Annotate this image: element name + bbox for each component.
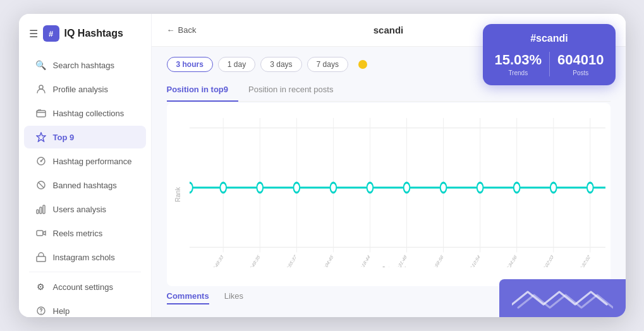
sidebar-item-profile-analysis[interactable]: Profile analysis xyxy=(24,78,146,100)
yellow-dot-indicator xyxy=(358,60,367,69)
svg-point-38 xyxy=(440,183,446,193)
help-icon xyxy=(35,305,47,316)
stats-card-hashtag: #scandi xyxy=(494,33,604,44)
filter-7days[interactable]: 7 days xyxy=(307,57,348,72)
svg-text:17-02-2021 21:18:44: 17-02-2021 21:18:44 xyxy=(343,253,370,267)
logo-icon: # xyxy=(43,25,59,42)
tab-comments[interactable]: Comments xyxy=(167,291,209,304)
page-title: scandi xyxy=(374,25,404,35)
svg-text:17-02-2021 23:02:03: 17-02-2021 23:02:03 xyxy=(527,253,554,267)
svg-point-36 xyxy=(367,183,373,193)
svg-point-31 xyxy=(190,183,193,193)
bar-chart-icon xyxy=(35,203,47,215)
sidebar-divider xyxy=(29,272,141,272)
svg-point-37 xyxy=(403,183,410,193)
svg-point-0 xyxy=(39,85,43,89)
svg-rect-11 xyxy=(37,256,46,262)
svg-rect-1 xyxy=(37,111,46,117)
svg-marker-2 xyxy=(37,133,46,141)
gear-icon: ⚙ xyxy=(35,281,47,292)
tab-position-top9[interactable]: Position in top9 xyxy=(167,81,239,102)
svg-text:Date and time: Date and time xyxy=(382,265,412,267)
svg-point-35 xyxy=(330,183,336,193)
tab-likes[interactable]: Likes xyxy=(224,291,243,304)
profile-icon xyxy=(35,83,47,95)
svg-rect-7 xyxy=(37,210,39,214)
search-icon: 🔍 xyxy=(35,59,47,71)
svg-point-40 xyxy=(513,183,519,193)
trends-label: Trends xyxy=(494,69,542,76)
sidebar-item-reels-metrics[interactable]: Reels metrics xyxy=(24,222,146,244)
arrow-left-icon: ← xyxy=(167,25,175,35)
posts-label: Posts xyxy=(557,69,604,76)
svg-text:17-02-2021 20:49:35: 17-02-2021 20:49:35 xyxy=(233,253,260,267)
stats-card: #scandi 15.03% Trends 604010 Posts xyxy=(483,24,615,85)
sidebar-nav: 🔍 Search hashtags Profile analysis xyxy=(19,53,151,317)
svg-point-33 xyxy=(257,183,263,193)
stats-card-row: 15.03% Trends 604010 Posts xyxy=(494,52,604,76)
folder-icon xyxy=(35,107,47,119)
sidebar-item-banned-hashtags[interactable]: Banned hashtags xyxy=(24,174,146,196)
tab-position-recent-posts[interactable]: Position in recent posts xyxy=(248,81,343,102)
sidebar-item-top9[interactable]: Top 9 xyxy=(24,126,146,148)
chart-svg: 11 10 xyxy=(190,108,605,267)
rank-label: Rank xyxy=(174,187,181,202)
svg-point-39 xyxy=(477,183,483,193)
performance-icon xyxy=(35,155,47,167)
star-icon xyxy=(35,131,47,143)
filter-1day[interactable]: 1 day xyxy=(218,57,255,72)
logo-text: IQ Hashtags xyxy=(64,28,123,39)
sidebar-item-account-settings[interactable]: ⚙ Account settings xyxy=(24,275,146,298)
svg-point-34 xyxy=(293,183,300,193)
sidebar-item-instagram-schools[interactable]: Instagram schols xyxy=(24,246,146,268)
svg-point-32 xyxy=(220,183,226,193)
school-icon xyxy=(35,251,47,263)
sidebar-item-search-hashtags[interactable]: 🔍 Search hashtags xyxy=(24,54,146,76)
stats-trends: 15.03% Trends xyxy=(494,52,550,76)
chart-container: Rank 11 10 xyxy=(167,103,611,286)
sidebar-item-hashtag-performance[interactable]: Hashtag performance xyxy=(24,150,146,172)
filter-3hours[interactable]: 3 hours xyxy=(167,57,213,72)
svg-point-13 xyxy=(40,313,42,314)
stats-posts: 604010 Posts xyxy=(550,52,604,76)
svg-text:17-02-2021 22:34:56: 17-02-2021 22:34:56 xyxy=(490,253,517,267)
svg-line-6 xyxy=(39,183,44,188)
svg-rect-9 xyxy=(43,205,45,214)
sidebar-logo: ☰ # IQ Hashtags xyxy=(19,25,151,53)
sidebar-item-users-analysis[interactable]: Users analysis xyxy=(24,198,146,220)
svg-point-42 xyxy=(586,183,593,193)
banned-icon xyxy=(35,179,47,191)
svg-text:17-02-2021 20:55:37: 17-02-2021 20:55:37 xyxy=(270,253,297,267)
svg-text:17-02-2021 20:49:33: 17-02-2021 20:49:33 xyxy=(197,253,224,267)
posts-value: 604010 xyxy=(557,52,604,68)
svg-text:17-02-2021 22:10:54: 17-02-2021 22:10:54 xyxy=(453,253,480,267)
filter-3days[interactable]: 3 days xyxy=(260,57,301,72)
content-area: 3 hours 1 day 3 days 7 days Position in … xyxy=(152,47,626,317)
trends-value: 15.03% xyxy=(494,52,542,68)
main-content: ← Back scandi 3 hours 1 day 3 days 7 day… xyxy=(152,14,626,317)
sidebar-item-help[interactable]: Help xyxy=(24,299,146,317)
blue-decoration xyxy=(499,279,626,317)
svg-rect-8 xyxy=(40,207,42,214)
app-wrapper: ☰ # IQ Hashtags 🔍 Search hashtags P xyxy=(19,14,626,317)
video-icon xyxy=(35,227,47,239)
hamburger-icon[interactable]: ☰ xyxy=(29,28,38,40)
sidebar-item-hashtag-collections[interactable]: Hashtag collections xyxy=(24,102,146,124)
svg-text:17-02-2021 21:04:45: 17-02-2021 21:04:45 xyxy=(307,253,334,267)
svg-point-4 xyxy=(40,160,42,162)
wave-svg xyxy=(512,286,613,311)
svg-text:17-02-2021 23:32:02: 17-02-2021 23:32:02 xyxy=(564,253,591,267)
svg-text:17-02-2021 20:45:29: 17-02-2021 20:45:29 xyxy=(190,253,190,267)
sidebar: ☰ # IQ Hashtags 🔍 Search hashtags P xyxy=(19,14,152,317)
svg-point-41 xyxy=(550,183,556,193)
svg-text:17-02-2021 21:59:56: 17-02-2021 21:59:56 xyxy=(416,253,444,267)
back-button[interactable]: ← Back xyxy=(167,25,197,35)
svg-rect-10 xyxy=(37,231,43,236)
